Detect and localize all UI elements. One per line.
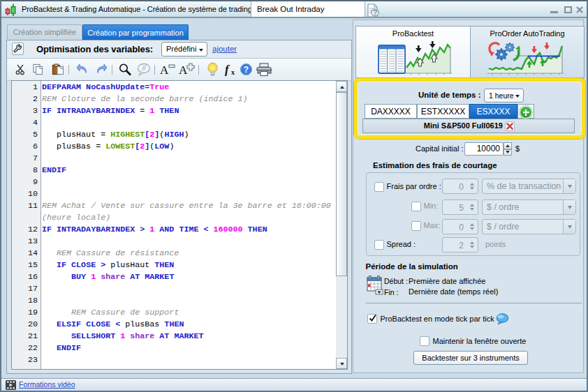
svg-text:?: ? <box>373 8 378 17</box>
svg-text:A: A <box>179 63 188 76</box>
svg-text:f: f <box>225 63 230 76</box>
svg-text:A: A <box>160 63 169 76</box>
svg-text:x: x <box>231 68 235 76</box>
svg-text:?: ? <box>244 65 249 75</box>
